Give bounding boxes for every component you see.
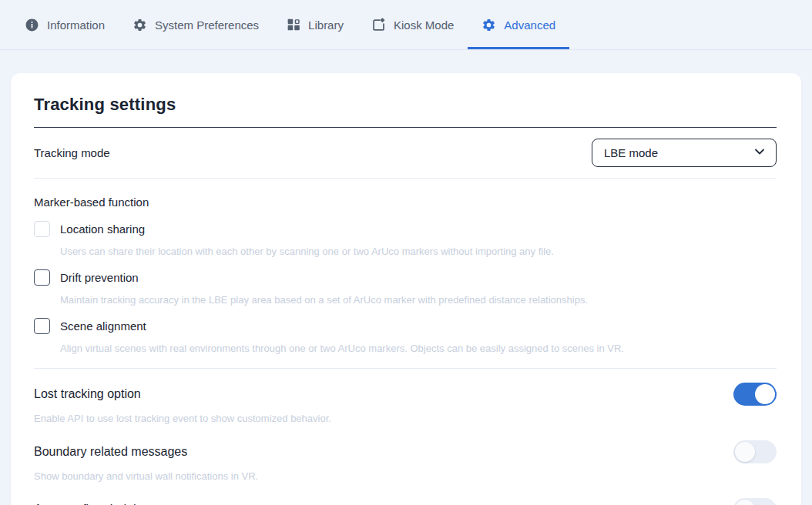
library-icon xyxy=(287,18,300,32)
tab-label: System Preferences xyxy=(155,18,259,32)
tab-advanced[interactable]: Advanced xyxy=(468,0,569,49)
toggle-description: Enable API to use lost tracking event to… xyxy=(34,413,777,424)
tracking-mode-row: Tracking mode LBE mode xyxy=(34,128,777,178)
tab-label: Library xyxy=(308,18,344,32)
toggle-label: Lost tracking option xyxy=(34,387,141,401)
checkbox-description: Users can share their location with each… xyxy=(60,246,777,257)
tracking-mode-select[interactable]: LBE mode xyxy=(592,139,777,167)
tab-label: Advanced xyxy=(504,18,555,32)
toggle-row-auto-floor-height: Auto set floor height xyxy=(34,498,777,505)
checkbox-row-scene-alignment: Scene alignment xyxy=(34,318,777,334)
toggle-row-boundary-messages: Boundary related messages xyxy=(34,440,777,463)
checkbox-label: Drift prevention xyxy=(60,271,139,284)
tab-information[interactable]: Information xyxy=(11,0,119,49)
gear-icon xyxy=(481,18,496,32)
gear-icon xyxy=(133,18,147,32)
drift-prevention-checkbox[interactable] xyxy=(34,269,50,286)
marker-section-title: Marker-based function xyxy=(34,196,777,209)
page-title: Tracking settings xyxy=(34,95,777,115)
checkbox-label: Location sharing xyxy=(60,222,145,236)
tab-label: Information xyxy=(47,18,105,32)
checkbox-row-location-sharing: Location sharing xyxy=(34,221,777,237)
tab-library[interactable]: Library xyxy=(273,0,357,49)
kiosk-icon xyxy=(371,18,386,32)
toggle-knob xyxy=(735,500,755,505)
row-divider xyxy=(34,178,777,179)
checkbox-label: Scene alignment xyxy=(60,319,146,333)
toggle-label: Boundary related messages xyxy=(34,445,187,459)
checkbox-description: Maintain tracking accuracy in the LBE pl… xyxy=(60,294,777,306)
tab-label: Kiosk Mode xyxy=(394,18,454,32)
toggle-row-lost-tracking: Lost tracking option xyxy=(34,383,777,406)
toggle-knob xyxy=(735,442,755,462)
checkbox-row-drift-prevention: Drift prevention xyxy=(34,269,777,286)
tab-system-preferences[interactable]: System Preferences xyxy=(119,0,273,49)
tracking-mode-label: Tracking mode xyxy=(34,146,110,159)
boundary-messages-toggle[interactable] xyxy=(733,440,777,463)
toggle-knob xyxy=(755,384,775,404)
tracking-mode-value: LBE mode xyxy=(604,146,658,159)
scene-alignment-checkbox[interactable] xyxy=(34,318,50,334)
auto-floor-height-toggle[interactable] xyxy=(733,498,777,505)
lost-tracking-toggle[interactable] xyxy=(733,383,777,406)
location-sharing-checkbox[interactable] xyxy=(34,221,50,237)
chevron-down-icon xyxy=(753,145,766,160)
settings-tab-bar: Information System Preferences Library xyxy=(0,0,812,50)
section-divider xyxy=(34,368,777,369)
advanced-settings-panel: Tracking settings Tracking mode LBE mode… xyxy=(11,73,801,505)
checkbox-description: Align virtual scenes with real environme… xyxy=(60,343,777,354)
toggle-description: Show boundary and virtual wall notificat… xyxy=(34,470,777,482)
info-icon xyxy=(25,18,39,32)
tab-kiosk-mode[interactable]: Kiosk Mode xyxy=(357,0,468,49)
